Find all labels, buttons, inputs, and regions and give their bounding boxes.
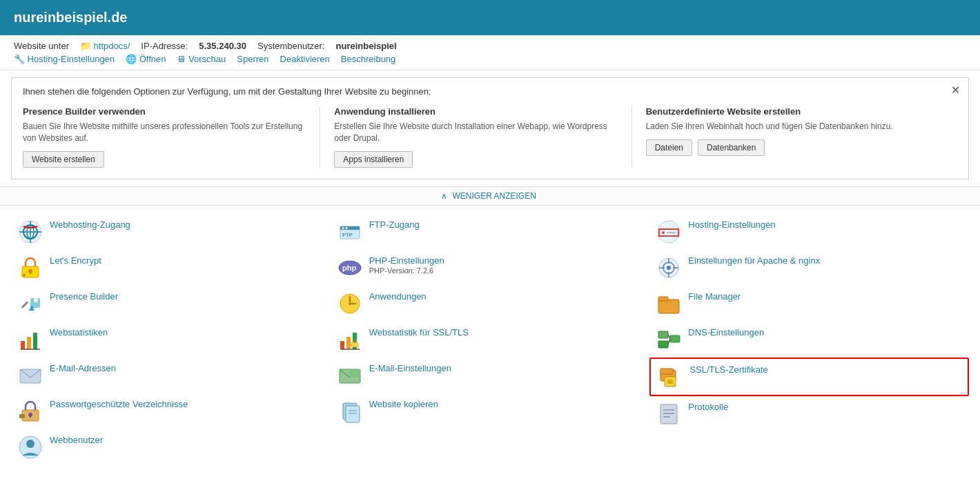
php-link[interactable]: PHP-Einstellungen <box>369 255 444 266</box>
list-item[interactable]: Webstatistik für SSL/TLS <box>331 322 650 358</box>
svg-rect-14 <box>27 337 31 349</box>
option-col-custom: Benutzerdefinierte Website erstellen Lad… <box>646 106 957 168</box>
passdir-text: Passwortgeschützte Verzeichnisse <box>50 399 188 409</box>
apache-icon <box>656 255 681 280</box>
presence-icon <box>18 291 43 316</box>
folder-icon: 📁 <box>80 41 91 51</box>
apache-link[interactable]: Einstellungen für Apache & nginx <box>688 255 820 266</box>
list-item[interactable]: ☀ Let's Encrypt <box>11 250 331 286</box>
apps-icon <box>337 291 362 316</box>
icons-col-2: Hosting-Einstellungen Eins <box>649 214 969 465</box>
passdir-link[interactable]: Passwortgeschützte Verzeichnisse <box>50 399 188 409</box>
emailsettings-icon <box>337 363 362 388</box>
hostingsettings-link[interactable]: Hosting-Einstellungen <box>688 219 775 230</box>
webstats-icon <box>18 327 43 352</box>
list-item[interactable]: E-Mail-Einstellungen <box>331 358 650 393</box>
toggle-bar[interactable]: ∧ WENIGER ANZEIGEN <box>0 186 980 206</box>
list-item[interactable]: Anwendungen <box>331 286 650 322</box>
svg-rect-56 <box>658 331 668 338</box>
icons-grid: Webhosting-Zugang ☀ Let's Encrypt <box>11 214 969 465</box>
webuser-link[interactable]: Webbenutzer <box>50 435 103 445</box>
emailsettings-link[interactable]: E-Mail-Einstellungen <box>369 363 451 373</box>
svg-rect-10 <box>21 301 29 309</box>
svg-rect-66 <box>660 404 677 424</box>
lock-link[interactable]: Sperren <box>237 54 268 64</box>
preview-link[interactable]: 🖥 Vorschau <box>177 54 226 64</box>
hostingsettings-text: Hosting-Einstellungen <box>688 219 775 230</box>
svg-point-49 <box>667 266 671 270</box>
svg-rect-57 <box>658 341 668 348</box>
filemanager-link[interactable]: File Manager <box>688 291 741 302</box>
icons-section: Webhosting-Zugang ☀ Let's Encrypt <box>0 210 980 469</box>
list-item[interactable]: Presence Builder <box>11 286 331 322</box>
list-item[interactable]: Einstellungen für Apache & nginx <box>649 250 969 286</box>
deactivate-link[interactable]: Deaktivieren <box>280 54 330 64</box>
email-text: E-Mail-Adressen <box>50 363 116 373</box>
apps-desc: Erstellen Sie Ihre Website durch Install… <box>334 121 617 144</box>
logs-link[interactable]: Protokolle <box>688 402 728 412</box>
ftp-link[interactable]: FTP-Zugang <box>369 219 420 230</box>
list-item[interactable]: FTP FTP-Zugang <box>331 214 650 250</box>
webstats-text: Webstatistiken <box>50 327 108 338</box>
list-item[interactable]: Webbenutzer <box>11 429 331 465</box>
ssl-link[interactable]: SSL/TLS-Zertifikate <box>689 364 767 375</box>
ssl-icon <box>658 364 683 389</box>
filemanager-text: File Manager <box>688 291 741 302</box>
list-item[interactable]: php PHP-Einstellungen PHP-Version: 7.2.6 <box>331 250 650 286</box>
presence-btn-row: Website erstellen <box>23 151 306 168</box>
install-apps-button[interactable]: Apps installieren <box>334 151 413 168</box>
list-item[interactable]: Webhosting-Zugang <box>11 214 331 250</box>
svg-rect-15 <box>33 333 37 349</box>
svg-rect-21 <box>19 414 25 418</box>
httpdocs-link[interactable]: 📁 httpdocs/ <box>80 41 130 51</box>
hostingsettings-icon <box>656 219 681 244</box>
ssl-item[interactable]: SSL/TLS-Zertifikate <box>649 358 969 396</box>
hosting-settings-link[interactable]: 🔧 Hosting-Einstellungen <box>14 54 115 64</box>
files-button[interactable]: Dateien <box>646 139 692 156</box>
svg-point-44 <box>658 221 680 243</box>
passdir-icon <box>18 399 43 424</box>
apps-btn-row: Apps installieren <box>334 151 617 168</box>
close-button[interactable]: ✕ <box>951 84 960 97</box>
databases-button[interactable]: Datenbanken <box>698 139 765 156</box>
letsencrypt-text: Let's Encrypt <box>50 255 101 266</box>
ssl-text: SSL/TLS-Zertifikate <box>689 364 767 375</box>
presence-link[interactable]: Presence Builder <box>50 291 118 302</box>
svg-point-45 <box>662 231 665 234</box>
hosting-icon: 🔧 <box>14 54 25 64</box>
open-link[interactable]: 🌐 Öffnen <box>126 54 166 64</box>
list-item[interactable]: Protokolle <box>649 396 969 432</box>
list-item[interactable]: DNS-Einstellungen <box>649 322 969 358</box>
list-item[interactable]: E-Mail-Adressen <box>11 358 331 393</box>
svg-rect-20 <box>30 415 31 418</box>
description-link[interactable]: Beschreibung <box>341 54 396 64</box>
svg-text:FTP: FTP <box>342 232 353 238</box>
webstats-ssl-text: Webstatistik für SSL/TLS <box>369 327 469 338</box>
list-item[interactable]: File Manager <box>649 286 969 322</box>
option-col-presence: Presence Builder verwenden Bauen Sie Ihr… <box>23 106 320 168</box>
email-link[interactable]: E-Mail-Adressen <box>50 363 116 373</box>
sysuser-label: Systembenutzer: <box>257 41 325 51</box>
create-website-button[interactable]: Website erstellen <box>23 151 104 168</box>
webstats-link[interactable]: Webstatistiken <box>50 327 108 338</box>
presence-heading: Presence Builder verwenden <box>23 106 306 117</box>
svg-rect-33 <box>340 341 344 349</box>
dns-link[interactable]: DNS-Einstellungen <box>688 327 764 338</box>
svg-point-32 <box>349 302 351 305</box>
svg-rect-55 <box>658 297 668 301</box>
options-grid: Presence Builder verwenden Bauen Sie Ihr… <box>23 106 957 168</box>
php-icon: php <box>337 255 362 280</box>
webstats-ssl-link[interactable]: Webstatistik für SSL/TLS <box>369 327 469 338</box>
svg-point-23 <box>26 440 35 448</box>
list-item[interactable]: Website kopieren <box>331 393 650 429</box>
webuser-text: Webbenutzer <box>50 435 103 445</box>
letsencrypt-link[interactable]: Let's Encrypt <box>50 255 101 266</box>
list-item[interactable]: Passwortgeschützte Verzeichnisse <box>11 393 331 429</box>
webcopy-link[interactable]: Website kopieren <box>369 399 438 409</box>
webhosting-link[interactable]: Webhosting-Zugang <box>50 219 130 230</box>
svg-rect-7 <box>30 271 31 274</box>
list-item[interactable]: Webstatistiken <box>11 322 331 358</box>
emailsettings-text: E-Mail-Einstellungen <box>369 363 451 373</box>
list-item[interactable]: Hosting-Einstellungen <box>649 214 969 250</box>
apps-link[interactable]: Anwendungen <box>369 291 427 302</box>
